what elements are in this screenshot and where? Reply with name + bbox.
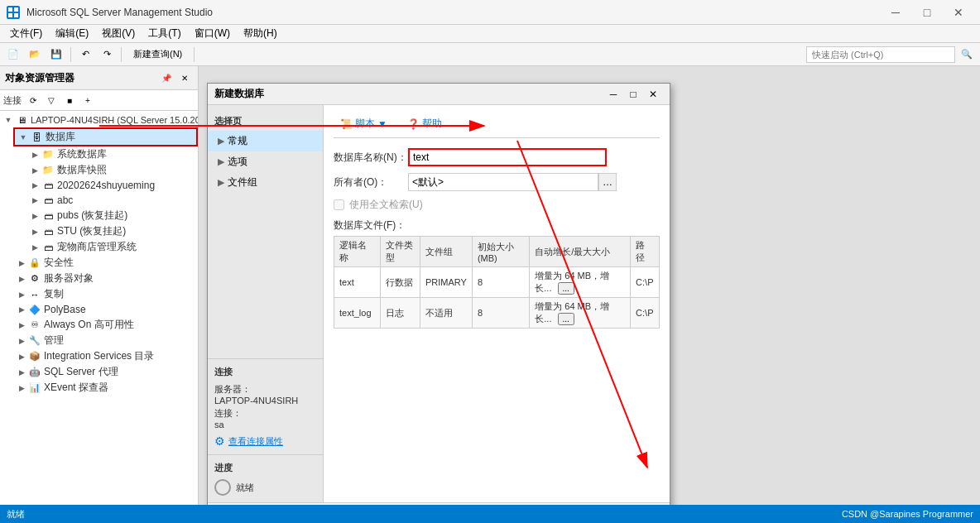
tree-db-petstore[interactable]: ▶ 🗃 宠物商店管理系统 bbox=[26, 239, 198, 255]
status-bar: 就绪 CSDN @Sarapines Programmer bbox=[0, 505, 980, 521]
tree-db-pubs[interactable]: ▶ 🗃 pubs (恢复挂起) bbox=[26, 208, 198, 223]
oe-close-button[interactable]: ✕ bbox=[176, 70, 193, 86]
page-item-general[interactable]: ▶ 常规 bbox=[208, 131, 323, 151]
col-initial-size: 初始大小(MB) bbox=[472, 237, 529, 267]
close-button[interactable]: ✕ bbox=[944, 0, 973, 25]
svg-rect-1 bbox=[14, 7, 18, 12]
tree-databases[interactable]: ▼ 🗄 数据库 bbox=[13, 127, 198, 146]
help-button[interactable]: ❓ 帮助 bbox=[401, 115, 449, 132]
quick-search-input[interactable] bbox=[806, 46, 955, 63]
dialog-close-button[interactable]: ✕ bbox=[643, 85, 663, 103]
agent-expand: ▶ bbox=[15, 368, 28, 377]
expand-icon: ▼ bbox=[2, 116, 15, 124]
row2-name[interactable]: text_log bbox=[334, 298, 381, 329]
col-autogrowth: 自动增长/最大大小 bbox=[530, 237, 631, 267]
oe-stop-button[interactable]: ■ bbox=[61, 92, 78, 108]
script-button[interactable]: 📜 脚本 ▼ bbox=[334, 115, 394, 132]
tree-db-20202624[interactable]: ▶ 🗃 20202624shuyueming bbox=[26, 178, 198, 193]
polybase-label: PolyBase bbox=[44, 304, 86, 315]
oe-filter-button[interactable]: ▽ bbox=[43, 92, 60, 108]
snap-label: 数据库快照 bbox=[57, 163, 107, 177]
tree-system-dbs[interactable]: ▶ 📁 系统数据库 bbox=[26, 146, 198, 162]
oe-connect-label: 连接 bbox=[3, 94, 22, 107]
tree-db-stu[interactable]: ▶ 🗃 STU (恢复挂起) bbox=[26, 223, 198, 239]
row1-name[interactable]: text bbox=[334, 267, 381, 298]
dialog-maximize-button[interactable]: □ bbox=[623, 85, 643, 103]
menu-help[interactable]: 帮助(H) bbox=[237, 25, 284, 43]
tree-integration[interactable]: ▶ 📦 Integration Services 目录 bbox=[13, 348, 198, 364]
tree-alwayson[interactable]: ▶ ♾ Always On 高可用性 bbox=[13, 317, 198, 333]
oe-new-button[interactable]: + bbox=[79, 92, 96, 108]
owner-label: 所有者(O)： bbox=[334, 175, 408, 190]
tree-db-snapshots[interactable]: ▶ 📁 数据库快照 bbox=[26, 162, 198, 178]
tree-server-objects[interactable]: ▶ ⚙ 服务器对象 bbox=[13, 271, 198, 286]
menu-tools[interactable]: 工具(T) bbox=[142, 25, 187, 43]
tree-replication[interactable]: ▶ ↔ 复制 bbox=[13, 286, 198, 302]
toolbar-separator-1 bbox=[70, 47, 71, 62]
search-icon-button[interactable]: 🔍 bbox=[957, 46, 977, 64]
fulltext-row: 使用全文检索(U) bbox=[334, 198, 660, 212]
menu-edit[interactable]: 编辑(E) bbox=[49, 25, 95, 43]
row2-size: 8 bbox=[472, 298, 529, 329]
tree-sql-agent[interactable]: ▶ 🤖 SQL Server 代理 bbox=[13, 364, 198, 380]
app-icon bbox=[7, 6, 20, 19]
row2-path: C:\P bbox=[631, 298, 660, 329]
tree-polybase[interactable]: ▶ 🔷 PolyBase bbox=[13, 302, 198, 317]
server-label-text: 服务器： bbox=[214, 384, 251, 394]
database-folder-icon: 🗄 bbox=[30, 131, 43, 144]
app-title: Microsoft SQL Server Management Studio bbox=[26, 7, 874, 18]
oe-title: 对象资源管理器 bbox=[5, 71, 74, 85]
save-button[interactable]: 💾 bbox=[46, 46, 66, 64]
page-item-filegroups[interactable]: ▶ 文件组 bbox=[208, 172, 323, 193]
undo-button[interactable]: ↶ bbox=[75, 46, 95, 64]
menu-file[interactable]: 文件(F) bbox=[3, 25, 49, 43]
conn-label-text: 连接： bbox=[214, 408, 242, 418]
progress-circle-icon bbox=[214, 479, 231, 496]
xevent-icon: 📊 bbox=[28, 381, 41, 395]
fulltext-checkbox[interactable] bbox=[334, 199, 344, 210]
integ-expand: ▶ bbox=[15, 353, 28, 361]
row1-growth: 增量为 64 MB，增长... ... bbox=[530, 267, 631, 298]
poly-expand: ▶ bbox=[15, 305, 28, 314]
fg-page-label: 文件组 bbox=[228, 175, 257, 190]
oe-pin-button[interactable]: 📌 bbox=[158, 70, 175, 86]
db1-icon: 🗃 bbox=[41, 179, 55, 192]
new-query-button[interactable]: 新建查询(N) bbox=[126, 46, 190, 64]
redo-button[interactable]: ↷ bbox=[97, 46, 117, 64]
oe-refresh-button[interactable]: ⟳ bbox=[25, 92, 41, 108]
open-button[interactable]: 📂 bbox=[25, 46, 45, 64]
progress-section: 进度 就绪 bbox=[208, 454, 324, 502]
general-page-icon: ▶ bbox=[218, 136, 224, 146]
dialog-content-toolbar: 📜 脚本 ▼ ❓ 帮助 bbox=[334, 115, 660, 138]
row2-growth-button[interactable]: ... bbox=[558, 313, 574, 325]
owner-input[interactable] bbox=[408, 173, 598, 191]
alwayson-label: Always On 高可用性 bbox=[44, 318, 134, 332]
row2-growth: 增量为 64 MB，增长... ... bbox=[530, 298, 631, 329]
tree-security[interactable]: ▶ 🔒 安全性 bbox=[13, 255, 198, 271]
stu-icon: 🗃 bbox=[41, 225, 55, 238]
dialog-minimize-button[interactable]: ─ bbox=[603, 85, 623, 103]
conn-link[interactable]: 查看连接属性 bbox=[228, 435, 283, 448]
maximize-button[interactable]: □ bbox=[912, 0, 942, 25]
owner-browse-button[interactable]: … bbox=[598, 173, 617, 191]
conn-username-label: 连接： sa bbox=[214, 407, 316, 429]
general-page-label: 常规 bbox=[228, 134, 247, 148]
page-item-options[interactable]: ▶ 选项 bbox=[208, 151, 323, 172]
db-name-input[interactable] bbox=[408, 148, 607, 166]
new-file-button[interactable]: 📄 bbox=[3, 46, 23, 64]
svg-rect-2 bbox=[8, 13, 12, 17]
db-name-row: 数据库名称(N)： bbox=[334, 148, 660, 166]
minimize-button[interactable]: ─ bbox=[881, 0, 910, 25]
tree-management[interactable]: ▶ 🔧 管理 bbox=[13, 333, 198, 348]
script-dropdown-icon: ▼ bbox=[377, 118, 387, 130]
pages-area: 选择页 ▶ 常规 ▶ 选项 ▶ 文件组 bbox=[208, 105, 324, 358]
db1-expand: ▶ bbox=[28, 181, 41, 190]
menu-view[interactable]: 视图(V) bbox=[95, 25, 142, 43]
tree-xevent[interactable]: ▶ 📊 XEvent 探查器 bbox=[13, 380, 198, 396]
row1-growth-button[interactable]: ... bbox=[558, 282, 574, 295]
mgmt-label: 管理 bbox=[44, 333, 64, 348]
tree-server[interactable]: ▼ 🖥 LAPTOP-4NU4SIRH (SQL Server 15.0.200… bbox=[0, 113, 198, 127]
menu-window[interactable]: 窗口(W) bbox=[188, 25, 237, 43]
tree-db-abc[interactable]: ▶ 🗃 abc bbox=[26, 193, 198, 208]
table-row: text 行数据 PRIMARY 8 增量为 64 MB，增长... ... C… bbox=[334, 267, 660, 298]
